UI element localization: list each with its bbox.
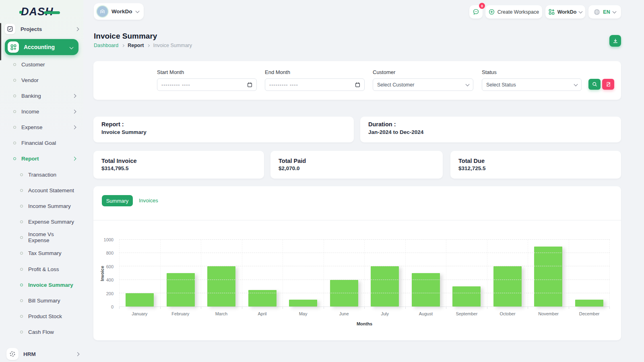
divider xyxy=(93,220,621,220)
bullet-icon xyxy=(20,205,23,208)
sidebar-item-invoice-summary[interactable]: Invoice Summary xyxy=(20,280,76,290)
chevron-down-icon xyxy=(466,82,470,86)
chart-bar-march[interactable] xyxy=(207,266,235,306)
chart-bar-august[interactable] xyxy=(412,273,440,306)
status-label: Status xyxy=(482,69,582,75)
gridline xyxy=(119,266,610,266)
workspace-name: WorkDo xyxy=(111,8,132,14)
sidebar-item-label: Accounting xyxy=(24,44,55,50)
calendar-icon xyxy=(355,82,360,87)
x-tick-label: July xyxy=(364,311,405,316)
sidebar-item-customer[interactable]: Customer xyxy=(13,60,76,69)
sidebar-item-expense[interactable]: Expense xyxy=(13,122,76,132)
language-code: EN xyxy=(603,9,610,15)
sidebar-item-cash-flow[interactable]: Cash Flow xyxy=(20,327,76,337)
sidebar-item-income-vs-expense[interactable]: Income Vs Expense xyxy=(20,232,76,242)
x-tick-label: November xyxy=(528,311,569,316)
sidebar-item-profit-loss[interactable]: Profit & Loss xyxy=(20,264,76,274)
y-tick-label: 600 xyxy=(106,264,114,269)
tab-summary[interactable]: Summary xyxy=(102,195,133,206)
report-label: Report : xyxy=(101,121,346,128)
page-title: Invoice Summary xyxy=(94,32,157,41)
x-tick-label: August xyxy=(405,311,446,316)
end-month-input[interactable]: --------- ---- xyxy=(265,78,365,91)
bullet-icon xyxy=(20,220,23,223)
reset-filter-button[interactable] xyxy=(602,79,614,90)
chevron-right-icon xyxy=(72,156,76,160)
apply-filter-button[interactable] xyxy=(588,79,601,90)
sidebar-item-income-summary[interactable]: Income Summary xyxy=(20,201,76,211)
y-tick-label: 0 xyxy=(111,304,114,309)
bullet-icon xyxy=(20,189,23,192)
chart-bar-slot xyxy=(283,240,324,306)
chart-bar-february[interactable] xyxy=(167,273,195,306)
chart-bar-october[interactable] xyxy=(493,266,522,306)
chart-bar-january[interactable] xyxy=(126,293,154,306)
chart-bar-september[interactable] xyxy=(452,286,481,306)
chart-bar-july[interactable] xyxy=(371,266,399,306)
sidebar-item-tax-summary[interactable]: Tax Summary xyxy=(20,248,76,258)
create-workspace-button[interactable]: Create Workspace xyxy=(485,5,542,19)
x-tick-label: January xyxy=(119,311,160,316)
end-month-label: End Month xyxy=(265,69,365,75)
accounting-grid-icon xyxy=(8,41,19,53)
chevron-right-icon xyxy=(72,94,76,98)
y-tick-label: 200 xyxy=(106,291,114,296)
sidebar-item-product-stock[interactable]: Product Stock xyxy=(20,311,76,321)
sidebar-item-hrm[interactable]: HRM xyxy=(6,347,79,361)
sidebar-item-transaction[interactable]: Transaction xyxy=(20,170,76,179)
sidebar-item-projects[interactable]: Projects xyxy=(5,23,78,35)
bullet-icon xyxy=(13,95,16,97)
sidebar-item-financial-goal[interactable]: Financial Goal xyxy=(13,138,76,148)
logo-accent-dot xyxy=(19,11,22,14)
sidebar: DASH Projects Accounting Customer Vendor… xyxy=(0,0,83,362)
sidebar-item-bill-summary[interactable]: Bill Summary xyxy=(20,296,76,305)
sidebar-item-income[interactable]: Income xyxy=(13,107,76,116)
bullet-icon xyxy=(20,173,23,176)
chart-bar-slot xyxy=(324,240,365,306)
workspace-chip[interactable]: WorkDo xyxy=(94,3,144,20)
duration-value: Jan-2024 to Dec-2024 xyxy=(368,129,613,135)
chart-bar-slot xyxy=(406,240,447,306)
chart-bar-slot xyxy=(446,240,487,306)
chart-bar-april[interactable] xyxy=(248,290,277,307)
chart-panel: Summary Invoices Invoice 020040060080010… xyxy=(93,186,621,340)
sidebar-item-expense-summary[interactable]: Expense Summary xyxy=(20,217,76,226)
chevron-right-icon xyxy=(76,352,80,356)
chart-bar-december[interactable] xyxy=(575,300,603,306)
chart-bar-slot xyxy=(528,240,569,306)
sidebar-item-account-statement[interactable]: Account Statement xyxy=(20,185,76,195)
sidebar-item-accounting[interactable]: Accounting xyxy=(5,39,78,55)
chat-icon xyxy=(473,8,479,15)
start-month-input[interactable]: --------- ---- xyxy=(157,78,257,91)
app-logo[interactable]: DASH xyxy=(21,6,54,18)
customer-select[interactable]: Select Customer xyxy=(373,78,473,91)
sidebar-item-banking[interactable]: Banking xyxy=(13,91,76,101)
chart-bar-may[interactable] xyxy=(289,300,317,306)
sidebar-scrollbar[interactable] xyxy=(0,23,1,60)
tab-invoices[interactable]: Invoices xyxy=(139,197,158,204)
chevron-down-icon xyxy=(574,82,578,86)
sidebar-item-vendor[interactable]: Vendor xyxy=(13,75,76,85)
chart-bar-november[interactable] xyxy=(534,247,562,306)
globe-icon xyxy=(594,9,600,15)
chart-bar-slot xyxy=(569,240,610,306)
workspace-switcher-button[interactable]: WorkDo xyxy=(545,5,585,19)
bullet-icon xyxy=(20,315,23,318)
sidebar-item-report[interactable]: Report xyxy=(13,154,76,163)
language-selector[interactable]: EN xyxy=(588,5,621,19)
total-paid-card: Total Paid $2,070.0 xyxy=(270,151,443,179)
download-report-button[interactable] xyxy=(609,35,621,47)
bullet-icon xyxy=(20,268,23,271)
breadcrumb-dashboard[interactable]: Dashboard xyxy=(94,43,118,48)
y-tick-label: 800 xyxy=(106,251,114,255)
messages-button[interactable]: 0 xyxy=(469,5,483,19)
chevron-right-icon xyxy=(72,125,76,129)
x-tick-label: December xyxy=(569,311,610,316)
bullet-icon xyxy=(20,236,23,239)
bullet-icon xyxy=(20,252,23,255)
download-icon xyxy=(613,38,618,44)
x-tick-label: September xyxy=(446,311,487,316)
chart-xlabels: JanuaryFebruaryMarchAprilMayJuneJulyAugu… xyxy=(119,311,610,316)
status-select[interactable]: Select Status xyxy=(482,78,582,91)
